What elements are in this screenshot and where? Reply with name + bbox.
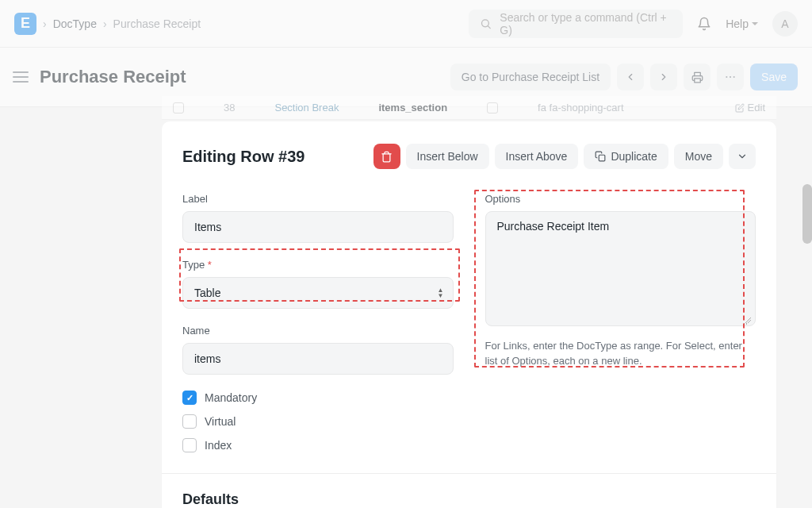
printer-icon (691, 71, 703, 83)
virtual-checkbox[interactable]: Virtual (182, 414, 454, 429)
index-label: Index (205, 439, 232, 452)
svg-rect-6 (599, 155, 606, 161)
mandatory-checkbox[interactable]: ✓ Mandatory (182, 391, 454, 405)
virtual-label: Virtual (205, 415, 236, 428)
move-button[interactable]: Move (674, 144, 723, 169)
type-label: Type * (182, 259, 454, 271)
row-edit[interactable]: Edit (735, 102, 765, 114)
options-label: Options (485, 193, 756, 205)
chevron-down-icon (752, 22, 758, 25)
row-number: 38 (224, 102, 235, 114)
breadcrumb-current: Purchase Receipt (113, 17, 201, 30)
chevron-down-icon (737, 151, 748, 162)
type-select[interactable] (182, 277, 454, 309)
row-more-button[interactable] (729, 144, 756, 169)
delete-button[interactable] (373, 144, 400, 169)
duplicate-label: Duplicate (611, 150, 657, 163)
label-label: Label (182, 193, 454, 205)
checkbox-off-icon (182, 414, 197, 429)
options-hint: For Links, enter the DocType as range. F… (485, 339, 756, 369)
prev-button[interactable] (617, 64, 644, 90)
options-textarea[interactable]: Purchase Receipt Item (485, 211, 756, 326)
checkbox-off-icon (182, 438, 197, 452)
print-button[interactable] (684, 64, 710, 90)
help-menu[interactable]: Help (726, 17, 758, 30)
section-divider (162, 473, 776, 474)
search-placeholder: Search or type a command (Ctrl + G) (500, 11, 672, 37)
svg-rect-2 (694, 78, 700, 82)
svg-point-4 (730, 76, 731, 78)
edit-icon (735, 103, 745, 113)
table-row[interactable]: 38 Section Break items_section fa fa-sho… (162, 96, 776, 120)
insert-below-button[interactable]: Insert Below (406, 144, 489, 169)
resize-handle-icon[interactable] (743, 317, 751, 325)
row-name: items_section (378, 102, 447, 114)
row-type: Section Break (274, 102, 339, 114)
next-button[interactable] (650, 64, 677, 90)
row-check2[interactable] (487, 102, 498, 114)
insert-above-button[interactable]: Insert Above (495, 144, 579, 169)
index-checkbox[interactable]: Index (182, 438, 454, 452)
avatar[interactable]: A (772, 11, 798, 37)
scrollbar-thumb[interactable] (802, 184, 812, 244)
page-title: Purchase Receipt (40, 67, 186, 87)
breadcrumb-doctype[interactable]: DocType (53, 17, 97, 30)
label-input[interactable] (182, 211, 454, 243)
breadcrumb-chevron: › (103, 17, 107, 30)
row-icon: fa fa-shopping-cart (538, 102, 623, 114)
breadcrumb-chevron: › (43, 17, 47, 30)
defaults-section-title: Defaults (182, 491, 756, 508)
more-horizontal-icon (724, 71, 737, 83)
chevron-right-icon (658, 71, 669, 83)
help-label: Help (726, 17, 749, 30)
more-button[interactable] (717, 64, 744, 90)
trash-icon (381, 151, 393, 163)
save-button[interactable]: Save (750, 64, 798, 90)
svg-point-3 (726, 76, 727, 78)
svg-line-1 (488, 25, 491, 28)
svg-point-0 (482, 19, 489, 26)
name-input[interactable] (182, 343, 454, 375)
chevron-left-icon (625, 71, 636, 83)
go-to-list-button[interactable]: Go to Purchase Receipt List (450, 64, 611, 90)
row-edit-label: Edit (748, 102, 765, 114)
search-icon (480, 17, 492, 30)
mandatory-label: Mandatory (205, 391, 257, 404)
duplicate-button[interactable]: Duplicate (584, 144, 668, 169)
required-mark: * (208, 259, 212, 271)
checkbox-on-icon: ✓ (182, 391, 197, 405)
row-checkbox[interactable] (173, 102, 184, 114)
search-input[interactable]: Search or type a command (Ctrl + G) (469, 10, 683, 38)
app-logo[interactable]: E (14, 13, 36, 35)
select-arrows-icon: ▲▼ (438, 287, 444, 298)
editing-card: Editing Row #39 Insert Below Insert Abov… (162, 121, 776, 508)
svg-point-5 (733, 76, 735, 78)
bell-icon[interactable] (697, 17, 711, 31)
copy-icon (595, 151, 606, 162)
card-title: Editing Row #39 (182, 148, 373, 166)
menu-icon[interactable] (13, 71, 29, 83)
name-label: Name (182, 325, 454, 337)
